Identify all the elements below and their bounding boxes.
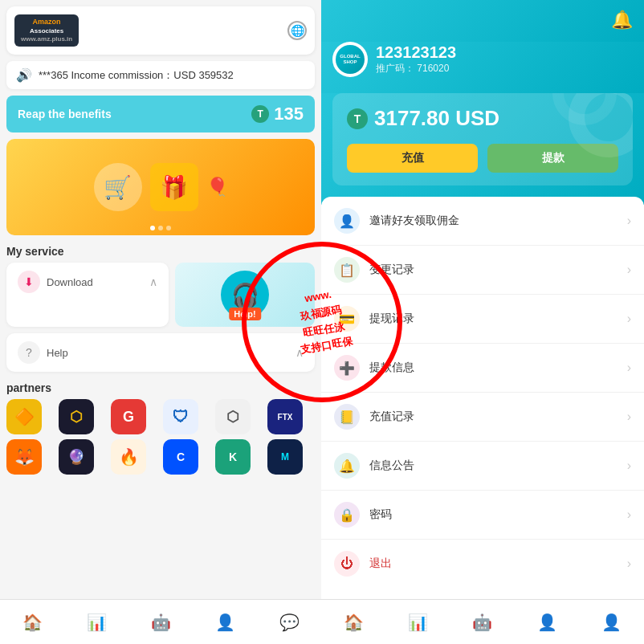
menu-item-password[interactable]: 🔒 密码 › xyxy=(321,491,644,540)
announce-arrow: › xyxy=(627,459,631,473)
right-nav-home[interactable]: 🏠 xyxy=(336,609,372,635)
bell-icon[interactable]: 🔔 xyxy=(611,10,633,31)
help-banner[interactable]: 🎧 Help! xyxy=(175,263,315,327)
profile-code: 推广码： 716020 xyxy=(376,62,456,75)
download-icon: ⬇ xyxy=(18,271,40,293)
partners-grid: 🔶 ⬡ G 🛡 ⬡ FTX 🦊 🔮 🔥 C K xyxy=(6,399,315,475)
download-label: Download xyxy=(47,276,93,288)
right-nav-user[interactable]: 👤 xyxy=(529,609,565,635)
cart-icon: 🛒 xyxy=(94,163,142,211)
gift-icon: 🎁 xyxy=(150,163,198,211)
help-chevron: ∧ xyxy=(296,346,304,359)
password-label: 密码 xyxy=(369,507,618,522)
r-bot-icon: 🤖 xyxy=(472,613,492,632)
partner-link[interactable]: ⬡ xyxy=(215,399,251,434)
left-bottom-nav: 🏠 📊 🤖 👤 💬 xyxy=(0,599,321,644)
invite-icon: 👤 xyxy=(334,208,360,234)
right-nav-bot[interactable]: 🤖 xyxy=(464,609,500,635)
user-icon: 👤 xyxy=(215,613,235,632)
partner-binance[interactable]: 🔶 xyxy=(6,399,42,434)
right-header: 🔔 xyxy=(321,0,644,42)
menu-item-change[interactable]: 📋 变更记录 › xyxy=(321,246,644,295)
profile-id: 123123123 xyxy=(376,43,456,62)
charge-button[interactable]: 充值 xyxy=(347,144,478,173)
partner-coinbase[interactable]: C xyxy=(163,439,198,475)
menu-item-withdraw-info[interactable]: ➕ 提款信息 › xyxy=(321,344,644,393)
withdraw-info-icon: ➕ xyxy=(334,355,360,381)
menu-item-charge-rec[interactable]: 📒 充值记录 › xyxy=(321,393,644,442)
partner-ftx[interactable]: FTX xyxy=(267,399,303,434)
balance-tether-icon: T xyxy=(347,108,368,129)
change-label: 变更记录 xyxy=(369,263,618,277)
benefits-amount: T 135 xyxy=(251,104,304,124)
partner-fox[interactable]: 🦊 xyxy=(6,439,42,475)
withdraw-info-arrow: › xyxy=(627,361,631,375)
menu-item-invite[interactable]: 👤 邀请好友领取佣金 › xyxy=(321,197,644,246)
left-nav-stats[interactable]: 📊 xyxy=(79,609,115,635)
withdraw-rec-label: 提现记录 xyxy=(369,312,618,326)
password-arrow: › xyxy=(627,507,631,522)
announce-label: 信息公告 xyxy=(369,459,618,473)
help-icon: ? xyxy=(18,341,40,364)
speaker-icon: 🔊 xyxy=(16,67,32,83)
announce-icon: 🔔 xyxy=(334,453,360,479)
help-service[interactable]: ? Help ∧ xyxy=(6,333,315,372)
help-service-label: Help xyxy=(47,347,68,359)
r-user-icon: 👤 xyxy=(537,613,557,632)
menu-item-logout[interactable]: ⏻ 退出 › xyxy=(321,540,644,588)
charge-rec-arrow: › xyxy=(627,410,631,424)
partner-kucoin[interactable]: K xyxy=(215,439,251,475)
benefits-label: Reap the benefits xyxy=(18,108,112,120)
partner-shield[interactable]: 🛡 xyxy=(163,399,198,434)
left-nav-home[interactable]: 🏠 xyxy=(14,609,51,635)
partners-title: partners xyxy=(6,381,315,394)
balance-actions: 充值 提款 xyxy=(347,144,618,173)
amazon-logo: Amazon Associates www.amz.plus.in xyxy=(14,14,79,47)
tether-icon: T xyxy=(251,105,269,123)
promo-dots xyxy=(150,226,171,230)
menu-item-withdraw-rec[interactable]: 💳 提现记录 › xyxy=(321,295,644,344)
left-nav-bot[interactable]: 🤖 xyxy=(143,609,179,635)
income-ticker: 🔊 ***365 Income commission：USD 359532 xyxy=(6,61,315,89)
change-arrow: › xyxy=(627,263,631,277)
menu-item-announce[interactable]: 🔔 信息公告 › xyxy=(321,442,644,491)
withdraw-rec-icon: 💳 xyxy=(334,306,360,332)
partner-mexc[interactable]: M xyxy=(267,439,303,475)
right-bottom-nav: 🏠 📊 🤖 👤 👤 xyxy=(321,599,644,644)
logout-arrow: › xyxy=(627,556,631,571)
stats-icon: 📊 xyxy=(87,613,107,632)
amazon-banner[interactable]: Amazon Associates www.amz.plus.in 🌐 xyxy=(6,6,315,55)
promo-banner[interactable]: 🛒 🎁 🎈 xyxy=(6,139,315,235)
left-nav-chat[interactable]: 💬 xyxy=(271,609,308,635)
bot-icon: 🤖 xyxy=(151,613,171,632)
globe-icon[interactable]: 🌐 xyxy=(287,21,307,40)
logout-icon: ⏻ xyxy=(334,551,360,577)
invite-label: 邀请好友领取佣金 xyxy=(369,214,618,228)
left-nav-profile[interactable]: 👤 xyxy=(207,609,243,635)
global-shop-logo: GLOBALSHOP xyxy=(332,42,368,77)
global-shop-inner: GLOBALSHOP xyxy=(336,45,365,74)
r-stats-icon: 📊 xyxy=(408,613,428,632)
change-icon: 📋 xyxy=(334,257,360,283)
partner-cryptoorg[interactable]: 🔮 xyxy=(59,439,94,475)
balloon-icon: 🎈 xyxy=(206,177,228,198)
menu-list: 👤 邀请好友领取佣金 › 📋 变更记录 › 💳 提现记录 › ➕ 提款信息 › … xyxy=(321,197,644,599)
download-service[interactable]: ⬇ Download ∧ xyxy=(6,263,169,327)
partner-flame[interactable]: 🔥 xyxy=(111,439,146,475)
left-panel: Amazon Associates www.amz.plus.in 🌐 🔊 **… xyxy=(0,0,321,644)
home-icon: 🏠 xyxy=(22,613,43,632)
service-row: ⬇ Download ∧ 🎧 Help! xyxy=(6,263,315,327)
charge-rec-icon: 📒 xyxy=(334,404,360,430)
benefits-bar[interactable]: Reap the benefits T 135 xyxy=(6,96,315,132)
right-nav-profile[interactable]: 👤 xyxy=(593,609,630,635)
logout-label: 退出 xyxy=(369,556,618,571)
partner-exchange[interactable]: ⬡ xyxy=(59,399,94,434)
balance-inner: T 3177.80 USD 充值 提款 xyxy=(332,93,633,185)
partner-ghx[interactable]: G xyxy=(111,399,146,434)
r-profile-icon: 👤 xyxy=(601,613,622,632)
invite-arrow: › xyxy=(627,214,631,228)
right-nav-stats[interactable]: 📊 xyxy=(400,609,436,635)
balance-card: T 3177.80 USD 充值 提款 xyxy=(321,93,644,205)
right-panel: 🔔 GLOBALSHOP 123123123 推广码： 716020 T 317… xyxy=(321,0,644,644)
download-chevron: ∧ xyxy=(149,275,157,288)
